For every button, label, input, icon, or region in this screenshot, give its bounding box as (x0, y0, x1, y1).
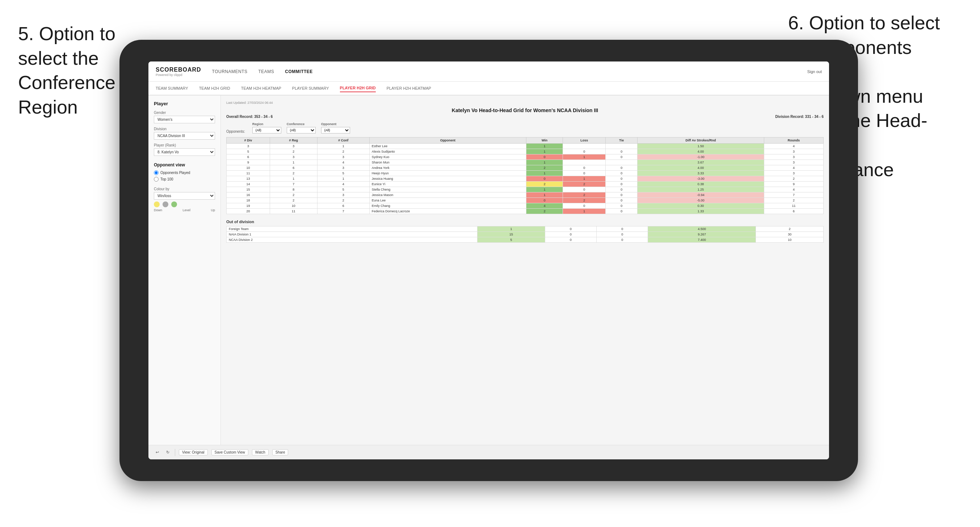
cell-rounds: 2 (764, 198, 823, 203)
subnav-player-h2h-grid[interactable]: PLAYER H2H GRID (340, 84, 376, 92)
opponent-view-title: Opponent view (154, 162, 215, 167)
opponent-select[interactable]: (All) (321, 127, 350, 133)
col-conf: # Conf (317, 137, 369, 144)
cell-tie: 0 (606, 209, 638, 214)
cell-div: 14 (227, 182, 270, 187)
subnav-player-summary[interactable]: PLAYER SUMMARY (292, 85, 329, 92)
col-loss: Loss (563, 137, 606, 144)
out-table-row: Foreign Team 1 0 0 4.500 2 (227, 226, 824, 232)
cell-win: 0 (527, 198, 563, 203)
out-cell-win: 5 (477, 237, 545, 243)
cell-conf: 7 (317, 209, 369, 214)
sign-out-link[interactable]: Sign out (807, 70, 822, 74)
nav-tournaments[interactable]: TOURNAMENTS (212, 68, 248, 76)
watch-btn[interactable]: Watch (252, 449, 269, 456)
watch-label: Watch (255, 450, 266, 454)
cell-loss: 2 (563, 192, 606, 198)
cell-tie: 0 (606, 182, 638, 187)
out-cell-tie: 0 (597, 237, 648, 243)
cell-diff: 1.33 (638, 209, 764, 214)
player-rank-select[interactable]: 8. Katelyn Vo (154, 148, 215, 156)
left-panel: Player Gender Women's Division NCAA Divi… (148, 95, 221, 445)
colour-by-select[interactable]: Win/loss (154, 192, 215, 200)
filter-row: Opponents: Region (All) Conference (All) (226, 122, 824, 133)
col-div: # Div (227, 137, 270, 144)
cell-loss: 2 (563, 182, 606, 187)
cell-conf: 5 (317, 171, 369, 176)
cell-name: Jessica Mason (369, 192, 526, 198)
cell-win: 2 (527, 165, 563, 171)
division-select[interactable]: NCAA Division III (154, 132, 215, 140)
cell-div: 18 (227, 198, 270, 203)
cell-win: 1 (527, 144, 563, 149)
cell-conf: 6 (317, 203, 369, 209)
cell-reg: 2 (270, 198, 317, 203)
cell-diff: -0.94 (638, 192, 764, 198)
share-btn[interactable]: Share (272, 449, 288, 456)
player-rank-label: Player (Rank) (154, 143, 215, 147)
col-rounds: Rounds (764, 137, 823, 144)
cell-name: Sydney Kuo (369, 154, 526, 160)
conference-select[interactable]: (All) (287, 127, 316, 133)
cell-name: Stella Cheng (369, 187, 526, 192)
updated-text: Last Updated: 27/03/2024 06:44 (226, 101, 824, 105)
subnav-player-h2h-heatmap[interactable]: PLAYER H2H HEATMAP (387, 85, 431, 92)
cell-conf: 4 (317, 182, 369, 187)
cell-conf: 3 (317, 154, 369, 160)
cell-conf: 4 (317, 160, 369, 165)
radio-opponents-played[interactable]: Opponents Played (154, 170, 215, 175)
cell-rounds: 4 (764, 144, 823, 149)
cell-loss: 1 (563, 209, 606, 214)
cell-loss: 0 (563, 203, 606, 209)
cell-rounds: 9 (764, 182, 823, 187)
cell-win: 2 (527, 182, 563, 187)
out-cell-loss: 0 (545, 237, 596, 243)
panel-title: Player (154, 101, 215, 106)
subnav-team-h2h-heatmap[interactable]: TEAM H2H HEATMAP (241, 85, 281, 92)
cell-reg: 3 (270, 144, 317, 149)
cell-loss (563, 160, 606, 165)
out-of-division-table: Foreign Team 1 0 0 4.500 2 NAIA Division… (226, 226, 824, 243)
col-opponent: Opponent (369, 137, 526, 144)
cell-diff: -1.00 (638, 154, 764, 160)
table-row: 20 11 7 Federica Domecq Lacroze 2 1 0 1.… (227, 209, 824, 214)
view-original-btn[interactable]: View: Original (179, 449, 208, 456)
redo-btn[interactable]: ↻ (164, 449, 171, 456)
cell-name: Eunice Yi (369, 182, 526, 187)
tablet-device: SCOREBOARD Powered by clippd TOURNAMENTS… (119, 40, 858, 481)
undo-btn[interactable]: ↩ (154, 449, 161, 456)
conference-filter: Conference (All) (287, 122, 316, 133)
cell-div: 16 (227, 192, 270, 198)
cell-name: Euna Lee (369, 198, 526, 203)
gender-select[interactable]: Women's (154, 116, 215, 123)
cell-diff: -5.00 (638, 198, 764, 203)
cell-diff: 1.25 (638, 187, 764, 192)
cell-tie: 0 (606, 149, 638, 154)
cell-conf: 3 (317, 192, 369, 198)
nav-teams[interactable]: TEAMS (258, 68, 274, 76)
cell-win: 0 (527, 154, 563, 160)
cell-div: 3 (227, 144, 270, 149)
region-filter: Region (All) (252, 122, 281, 133)
region-select[interactable]: (All) (252, 127, 281, 133)
cell-rounds: 4 (764, 165, 823, 171)
radio-top100[interactable]: Top 100 (154, 177, 215, 182)
cell-loss: 2 (563, 198, 606, 203)
out-cell-name: NAIA Division 1 (227, 232, 477, 237)
out-cell-rounds: 10 (756, 237, 824, 243)
out-cell-diff: 9.267 (648, 232, 756, 237)
out-of-division-title: Out of division (226, 219, 824, 224)
save-custom-btn[interactable]: Save Custom View (212, 449, 248, 456)
cell-div: 6 (227, 154, 270, 160)
cell-div: 11 (227, 171, 270, 176)
nav-committee[interactable]: COMMITTEE (285, 68, 313, 76)
cell-win: 1 (527, 149, 563, 154)
sub-nav: TEAM SUMMARY TEAM H2H GRID TEAM H2H HEAT… (148, 82, 829, 95)
data-table: # Div # Reg # Conf Opponent Win Loss Tie… (226, 137, 824, 214)
subnav-team-summary[interactable]: TEAM SUMMARY (156, 85, 188, 92)
division-label: Division (154, 127, 215, 131)
cell-diff: 3.67 (638, 160, 764, 165)
cell-rounds: 7 (764, 192, 823, 198)
logo-area: SCOREBOARD Powered by clippd (156, 67, 201, 77)
subnav-team-h2h-grid[interactable]: TEAM H2H GRID (199, 85, 230, 92)
